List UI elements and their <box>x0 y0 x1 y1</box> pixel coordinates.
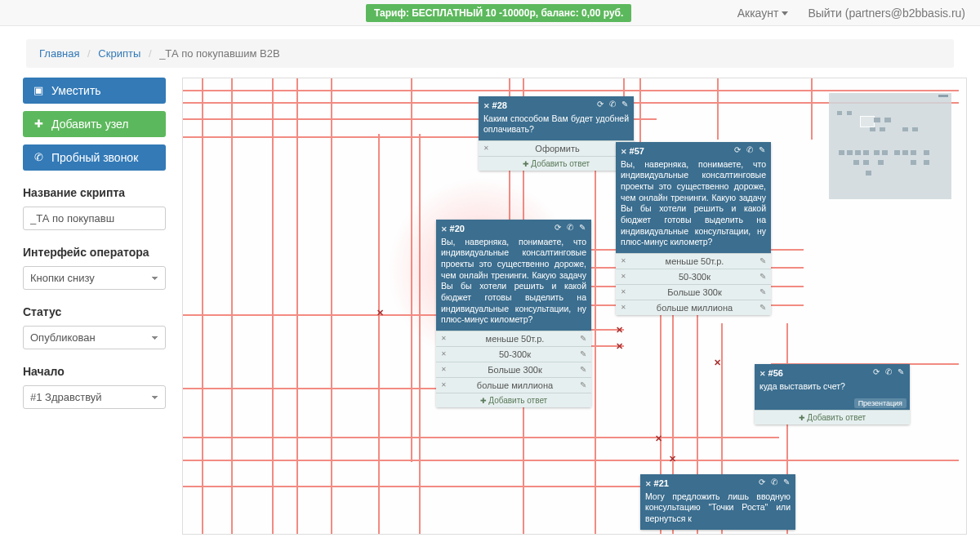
node-answer[interactable]: меньше 50т.р.✎ <box>616 253 771 269</box>
node-toolbar-icons[interactable]: ⟳ ✆ ✎ <box>597 99 630 109</box>
breadcrumb-home[interactable]: Главная <box>39 47 79 60</box>
node-answer[interactable]: Оформить✎ <box>479 140 634 156</box>
node-answer[interactable]: Больше 300к✎ <box>616 284 771 300</box>
phone-icon: ✆ <box>33 152 44 163</box>
status-label: Статус <box>23 305 166 318</box>
node-text: куда выставить счет? <box>760 381 905 393</box>
flow-canvas[interactable]: ✕✕ ✕✕ ✕✕ #28 ⟳ ✆ ✎ Каким способом Вам бу… <box>182 78 967 535</box>
edit-icon[interactable]: ✎ <box>760 256 766 265</box>
top-bar: Тариф: БЕСПЛАТНЫЙ 10 -10000р, баланс: 0,… <box>0 0 980 26</box>
breadcrumb: Главная / Скрипты / _ТА по покупавшим B2… <box>26 39 954 68</box>
node-text: Вы, наверняка, понимаете, что индивидуал… <box>621 159 766 248</box>
node-20[interactable]: #20 ⟳ ✆ ✎ Вы, наверняка, понимаете, что … <box>436 220 591 407</box>
node-56[interactable]: #56 ⟳ ✆ ✎ куда выставить счет? Презентац… <box>755 364 910 424</box>
add-answer[interactable]: Добавить ответ <box>436 393 591 407</box>
sidebar: ▣Уместить ✚Добавить узел ✆Пробный звонок… <box>23 78 166 535</box>
breadcrumb-current: _ТА по покупавшим B2B <box>159 47 280 60</box>
script-name-label: Название скрипта <box>23 186 166 199</box>
add-answer[interactable]: Добавить ответ <box>479 156 634 171</box>
logout-link[interactable]: Выйти (partners@b2bbasis.ru) <box>808 7 965 20</box>
start-label: Начало <box>23 365 166 378</box>
edit-icon[interactable]: ✎ <box>580 380 586 389</box>
node-28[interactable]: #28 ⟳ ✆ ✎ Каким способом Вам будет удобн… <box>479 96 634 171</box>
account-menu[interactable]: Аккаунт <box>737 7 789 20</box>
node-toolbar-icons[interactable]: ⟳ ✆ ✎ <box>734 144 767 155</box>
node-toolbar-icons[interactable]: ⟳ ✆ ✎ <box>759 477 791 487</box>
edit-icon[interactable]: ✎ <box>760 272 766 281</box>
edit-icon[interactable]: ✎ <box>760 303 766 312</box>
node-toolbar-icons[interactable]: ⟳ ✆ ✎ <box>873 367 906 377</box>
start-select[interactable]: #1 Здравствуй <box>23 385 166 409</box>
node-text: Могу предложить лишь вводную консультаци… <box>645 491 791 525</box>
node-toolbar-icons[interactable]: ⟳ ✆ ✎ <box>555 222 587 233</box>
node-21[interactable]: #21 ⟳ ✆ ✎ Могу предложить лишь вводную к… <box>640 474 795 530</box>
breadcrumb-scripts[interactable]: Скрипты <box>98 47 140 60</box>
node-answer[interactable]: 50-300к✎ <box>436 346 591 362</box>
chevron-down-icon <box>782 11 788 16</box>
node-answer[interactable]: 50-300к✎ <box>616 269 771 284</box>
status-select[interactable]: Опубликован <box>23 326 166 349</box>
operator-iface-select[interactable]: Кнопки снизу <box>23 266 166 290</box>
add-node-button[interactable]: ✚Добавить узел <box>23 111 166 137</box>
edit-icon[interactable]: ✎ <box>580 365 586 374</box>
script-name-input[interactable] <box>23 207 166 230</box>
node-answer[interactable]: больше миллиона✎ <box>436 377 591 393</box>
node-text: Каким способом Вам будет удобней оплачив… <box>483 113 629 136</box>
operator-iface-label: Интерфейс оператора <box>23 246 166 259</box>
edit-icon[interactable]: ✎ <box>580 349 586 358</box>
add-answer[interactable]: Добавить ответ <box>755 410 910 424</box>
node-answer[interactable]: больше миллиона✎ <box>616 300 771 315</box>
minimap-collapse-icon[interactable] <box>938 95 948 97</box>
tariff-badge: Тариф: БЕСПЛАТНЫЙ 10 -10000р, баланс: 0,… <box>366 4 631 22</box>
node-answer[interactable]: меньше 50т.р.✎ <box>436 331 591 346</box>
test-call-button[interactable]: ✆Пробный звонок <box>23 144 166 171</box>
fit-icon: ▣ <box>33 85 44 96</box>
fit-button[interactable]: ▣Уместить <box>23 78 166 104</box>
minimap-viewport[interactable] <box>860 116 875 127</box>
node-badge: Презентация <box>854 398 906 408</box>
edit-icon[interactable]: ✎ <box>760 287 766 296</box>
edit-icon[interactable]: ✎ <box>580 334 586 343</box>
node-answer[interactable]: Больше 300к✎ <box>436 362 591 377</box>
node-text: Вы, наверняка, понимаете, что индивидуал… <box>441 237 586 326</box>
plus-icon: ✚ <box>33 118 44 130</box>
minimap[interactable] <box>829 93 951 199</box>
node-57[interactable]: #57 ⟳ ✆ ✎ Вы, наверняка, понимаете, что … <box>616 142 771 315</box>
